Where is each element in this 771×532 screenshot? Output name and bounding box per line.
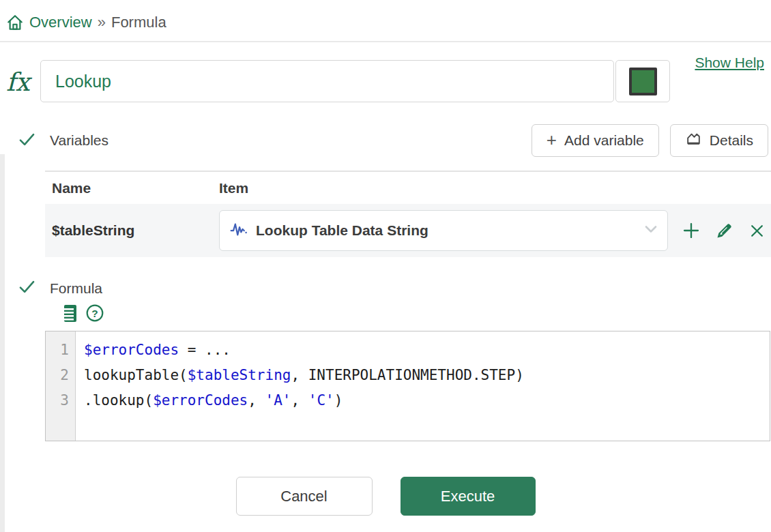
line-number: 3 — [46, 388, 69, 413]
variable-row: $tableString Lookup Table Data String — [45, 204, 771, 257]
breadcrumb-current: Formula — [111, 14, 166, 31]
formula-code-editor[interactable]: 1 2 3 $errorCodes = ... lookupTable($tab… — [45, 331, 770, 441]
footer-actions: Cancel Execute — [0, 477, 771, 516]
add-variable-label: Add variable — [564, 132, 644, 149]
code-token: , — [291, 392, 308, 409]
line-number: 1 — [46, 338, 69, 363]
left-edge-strip — [0, 154, 5, 532]
breadcrumb-overview-link[interactable]: Overview — [29, 14, 92, 31]
code-line: .lookup($errorCodes, 'A', 'C') — [84, 388, 524, 413]
show-help-link[interactable]: Show Help — [695, 55, 764, 71]
breadcrumb-separator: » — [98, 14, 106, 31]
edit-item-button[interactable] — [715, 221, 734, 240]
formula-name-input[interactable] — [40, 60, 614, 102]
formula-title: Formula — [50, 280, 102, 297]
code-token: .lookup( — [84, 392, 153, 409]
add-item-button[interactable] — [682, 221, 701, 240]
code-area[interactable]: $errorCodes = ... lookupTable($tableStri… — [76, 331, 524, 441]
code-token: $errorCodes — [84, 342, 179, 358]
variables-table-header: Name Item — [45, 171, 771, 204]
signal-icon — [230, 220, 248, 241]
code-token: ) — [334, 392, 343, 409]
code-line: $errorCodes = ... — [84, 338, 524, 363]
details-button[interactable]: Details — [670, 124, 768, 157]
details-label: Details — [710, 132, 753, 149]
code-token: lookupTable( — [84, 367, 188, 383]
color-picker-button[interactable] — [615, 60, 670, 102]
line-number-gutter: 1 2 3 — [46, 331, 76, 441]
home-icon[interactable] — [6, 14, 24, 31]
header-divider — [0, 41, 771, 42]
column-header-item: Item — [219, 180, 248, 196]
checkmark-icon — [18, 278, 36, 299]
svg-text:?: ? — [91, 308, 98, 319]
formula-section-header: Formula — [18, 278, 771, 299]
item-select-dropdown[interactable]: Lookup Table Data String — [219, 210, 668, 251]
variable-name: $tableString — [52, 222, 219, 239]
remove-item-button[interactable] — [748, 222, 766, 239]
question-circle-icon[interactable]: ? — [85, 303, 105, 323]
line-number: 2 — [46, 363, 69, 388]
code-token: 'A' — [265, 392, 291, 409]
add-variable-button[interactable]: + Add variable — [532, 124, 659, 157]
variables-table: Name Item $tableString Lookup Table Data… — [45, 171, 771, 257]
area-chart-icon — [685, 130, 702, 151]
fx-icon: fx — [6, 60, 40, 102]
plus-icon: + — [547, 131, 557, 149]
column-header-name: Name — [52, 180, 219, 196]
execute-button[interactable]: Execute — [401, 477, 536, 516]
code-token: $tableString — [188, 367, 291, 383]
variables-title: Variables — [50, 132, 108, 149]
formula-toolbar: ? — [58, 303, 771, 323]
breadcrumb: Overview » Formula — [0, 0, 771, 40]
code-token: $errorCodes — [153, 392, 248, 409]
formula-list-icon[interactable] — [58, 303, 78, 323]
code-token: , — [248, 392, 265, 409]
chevron-down-icon — [644, 224, 658, 237]
code-token: 'C' — [308, 392, 334, 409]
name-row: fx — [6, 60, 771, 102]
code-token: , INTERPOLATIONMETHOD.STEP) — [291, 367, 523, 383]
cancel-button[interactable]: Cancel — [236, 477, 373, 516]
code-line: lookupTable($tableString, INTERPOLATIONM… — [84, 363, 524, 388]
checkmark-icon — [18, 130, 36, 151]
item-label: Lookup Table Data String — [256, 222, 428, 239]
variables-section-header: Variables + Add variable Details — [18, 124, 771, 157]
color-swatch — [629, 68, 657, 95]
code-token: = ... — [179, 342, 231, 358]
